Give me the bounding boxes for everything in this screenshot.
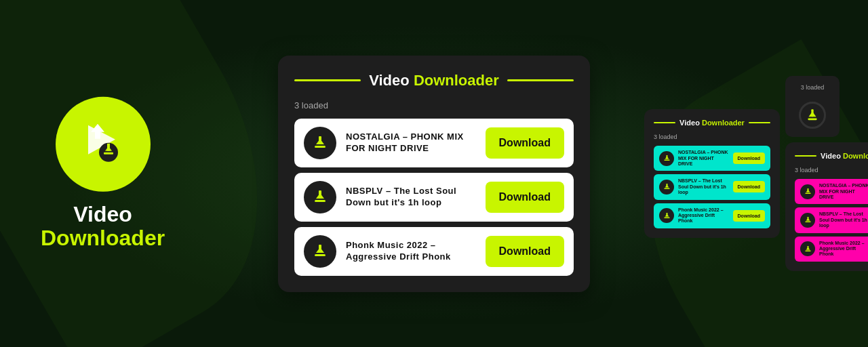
video-title-1: NOSTALGIA – PHONK MIX FOR NIGHT DRIVE bbox=[346, 131, 476, 155]
far-right-loaded: 3 loaded bbox=[801, 84, 825, 91]
svg-rect-8 bbox=[315, 146, 326, 148]
far-right-dl-icon-top bbox=[799, 102, 826, 129]
mini-item-pink-1: NOSTALGIA – PHONK MIX FOR NIGHT DRIVE Do… bbox=[795, 179, 868, 204]
download-icon-2 bbox=[304, 181, 336, 213]
svg-rect-31 bbox=[807, 217, 808, 221]
right-stack: 3 loaded Video Downloader 3 loaded bbox=[785, 76, 868, 271]
mini-btn-cyan-3[interactable]: Download bbox=[733, 210, 765, 222]
svg-rect-26 bbox=[808, 119, 816, 121]
download-icon-1 bbox=[304, 127, 336, 159]
mini-dl-arrow-pink-3 bbox=[804, 245, 812, 253]
mini-loaded-pink: 3 loaded bbox=[795, 167, 868, 174]
logo-icon bbox=[76, 117, 130, 171]
mini-title-cyan-3: Phonk Music 2022 – Aggressive Drift Phon… bbox=[678, 207, 729, 224]
mini-dl-arrow-pink-2 bbox=[804, 216, 812, 224]
svg-rect-29 bbox=[805, 193, 810, 195]
svg-rect-28 bbox=[807, 188, 808, 192]
mini-card-cyan: Video Downloader 3 loaded NOSTALGIA – PH… bbox=[644, 109, 780, 238]
card-title-video: Video bbox=[369, 72, 410, 89]
mini-title-pink-2: NBSPLV – The Lost Soul Down but it's 1h … bbox=[819, 211, 868, 228]
mini-item-cyan-3: Phonk Music 2022 – Aggressive Drift Phon… bbox=[654, 203, 770, 228]
svg-rect-11 bbox=[315, 200, 326, 202]
download-arrow-icon-3 bbox=[311, 242, 330, 261]
mini-card-pink-title: Video Downloader bbox=[821, 152, 868, 160]
mini-item-pink-3: Phonk Music 2022 – Aggressive Drift Phon… bbox=[795, 237, 868, 262]
mini-title-pink-3: Phonk Music 2022 – Aggressive Drift Phon… bbox=[819, 241, 868, 258]
mini-dl-arrow-pink-1 bbox=[804, 187, 812, 196]
mini-card-cyan-header: Video Downloader bbox=[654, 119, 770, 127]
svg-rect-14 bbox=[315, 254, 326, 256]
video-item-3: Phonk Music 2022 – Aggressive Drift Phon… bbox=[294, 227, 574, 276]
svg-rect-19 bbox=[666, 184, 667, 188]
mini-title-video-pink: Video bbox=[821, 152, 841, 160]
logo-circle bbox=[56, 97, 151, 192]
download-arrow-icon-1 bbox=[311, 134, 330, 152]
mini-card-pink-header: Video Downloader bbox=[795, 152, 868, 160]
mini-download-arrow-2 bbox=[663, 182, 671, 191]
brand-video: Video bbox=[41, 203, 165, 226]
card-header: Video Downloader bbox=[294, 72, 574, 89]
svg-rect-10 bbox=[319, 190, 321, 199]
card-title: Video Downloader bbox=[369, 72, 499, 89]
far-right-arrow-top bbox=[805, 108, 820, 123]
card-title-downloader: Downloader bbox=[414, 72, 499, 89]
brand-text: Video Downloader bbox=[41, 203, 165, 250]
main-card: Video Downloader 3 loaded NOSTALGIA – PH… bbox=[278, 56, 590, 292]
svg-rect-32 bbox=[805, 222, 810, 223]
left-branding: Video Downloader bbox=[41, 97, 165, 250]
video-list: NOSTALGIA – PHONK MIX FOR NIGHT DRIVE Do… bbox=[294, 119, 574, 276]
mini-item-cyan-2: NBSPLV – The Lost Soul Down but it's 1h … bbox=[654, 174, 770, 199]
svg-rect-16 bbox=[666, 155, 667, 159]
mini-video-list-pink: NOSTALGIA – PHONK MIX FOR NIGHT DRIVE Do… bbox=[795, 179, 868, 262]
mini-loaded-cyan: 3 loaded bbox=[654, 134, 770, 140]
mini-dl-icon-pink-1 bbox=[800, 184, 815, 199]
mini-item-pink-2: NBSPLV – The Lost Soul Down but it's 1h … bbox=[795, 207, 868, 232]
far-right-top-card: 3 loaded bbox=[785, 76, 840, 137]
svg-rect-35 bbox=[805, 250, 810, 251]
svg-rect-34 bbox=[807, 246, 808, 250]
svg-rect-4 bbox=[107, 144, 110, 151]
mini-dl-icon-pink-2 bbox=[800, 213, 815, 228]
download-button-1[interactable]: Download bbox=[486, 127, 564, 159]
download-arrow-icon-2 bbox=[311, 188, 330, 207]
mini-item-cyan-1: NOSTALGIA – PHONK MIX FOR NIGHT DRIVE Do… bbox=[654, 146, 770, 171]
video-item-2: NBSPLV – The Lost Soul Down but it's 1h … bbox=[294, 173, 574, 222]
video-item-1: NOSTALGIA – PHONK MIX FOR NIGHT DRIVE Do… bbox=[294, 119, 574, 167]
brand-downloader: Downloader bbox=[41, 226, 165, 250]
mini-title-downloader-pink: Downloader bbox=[843, 152, 868, 160]
svg-rect-22 bbox=[666, 213, 667, 217]
mini-title-cyan-2: NBSPLV – The Lost Soul Down but it's 1h … bbox=[678, 178, 729, 195]
svg-rect-25 bbox=[811, 109, 813, 117]
mini-title-video-cyan: Video bbox=[679, 119, 700, 127]
right-panel: Video Downloader 3 loaded NOSTALGIA – PH… bbox=[644, 0, 868, 347]
svg-rect-13 bbox=[319, 245, 321, 253]
mini-title-cyan-1: NOSTALGIA – PHONK MIX FOR NIGHT DRIVE bbox=[678, 150, 729, 167]
mini-card-pink: Video Downloader 3 loaded NOSTALGIA – PH… bbox=[785, 142, 868, 271]
mini-video-list-cyan: NOSTALGIA – PHONK MIX FOR NIGHT DRIVE Do… bbox=[654, 146, 770, 228]
mini-dl-icon-cyan-2 bbox=[659, 180, 674, 195]
svg-rect-20 bbox=[664, 188, 669, 190]
video-title-2: NBSPLV – The Lost Soul Down but it's 1h … bbox=[346, 186, 476, 209]
mini-download-arrow-1 bbox=[663, 154, 671, 163]
svg-rect-5 bbox=[104, 152, 113, 155]
mini-dl-icon-pink-3 bbox=[800, 241, 815, 256]
loaded-count: 3 loaded bbox=[294, 100, 574, 110]
svg-rect-17 bbox=[664, 160, 669, 161]
mini-title-pink-1: NOSTALGIA – PHONK MIX FOR NIGHT DRIVE bbox=[819, 183, 868, 200]
video-title-3: Phonk Music 2022 – Aggressive Drift Phon… bbox=[346, 240, 476, 263]
svg-rect-23 bbox=[664, 217, 669, 218]
mini-download-arrow-3 bbox=[663, 211, 671, 220]
svg-rect-7 bbox=[319, 136, 321, 144]
mini-btn-cyan-1[interactable]: Download bbox=[733, 152, 765, 164]
mini-dl-icon-cyan-3 bbox=[659, 208, 674, 223]
mini-title-downloader-cyan: Downloader bbox=[702, 119, 745, 127]
download-icon-3 bbox=[304, 235, 336, 268]
mini-card-cyan-title: Video Downloader bbox=[679, 119, 745, 127]
mini-btn-cyan-2[interactable]: Download bbox=[733, 181, 765, 192]
mini-dl-icon-cyan-1 bbox=[659, 151, 674, 166]
download-button-3[interactable]: Download bbox=[486, 236, 564, 267]
download-button-2[interactable]: Download bbox=[486, 182, 564, 213]
